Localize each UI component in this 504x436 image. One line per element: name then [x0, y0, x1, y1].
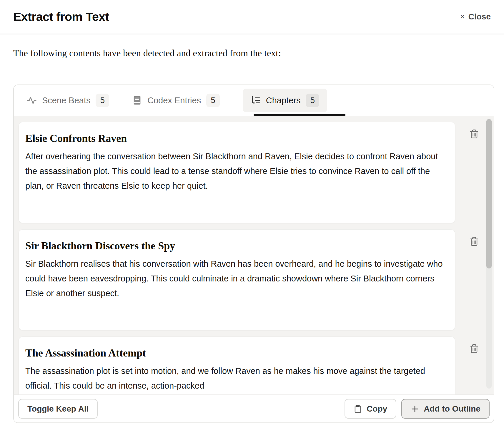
- tab-count-badge: 5: [206, 94, 220, 107]
- chapter-card: Sir Blackthorn Discovers the Spy Sir Bla…: [19, 229, 455, 330]
- tab-scene-beats[interactable]: Scene Beats 5: [27, 94, 109, 107]
- close-button[interactable]: × Close: [460, 12, 491, 21]
- copy-label: Copy: [367, 404, 387, 414]
- add-to-outline-button[interactable]: Add to Outline: [401, 399, 490, 419]
- page-title: Extract from Text: [13, 10, 109, 24]
- toggle-keep-all-button[interactable]: Toggle Keep All: [18, 399, 98, 419]
- delete-button[interactable]: [469, 128, 480, 140]
- close-icon: ×: [460, 13, 465, 21]
- modal-header: Extract from Text × Close: [0, 0, 504, 34]
- trash-icon: [469, 236, 479, 247]
- tab-label: Scene Beats: [42, 96, 90, 105]
- tab-label: Codex Entries: [147, 96, 201, 105]
- chapter-title: The Assassination Attempt: [25, 347, 443, 359]
- chapter-description: The assassination plot is set into motio…: [25, 364, 443, 393]
- chapter-title: Sir Blackthorn Discovers the Spy: [25, 240, 443, 252]
- footer-bar: Toggle Keep All Copy Add to Outline: [14, 394, 494, 422]
- chapter-list: Elsie Confronts Raven After overhearing …: [14, 116, 494, 394]
- chapter-card: Elsie Confronts Raven After overhearing …: [19, 122, 455, 223]
- add-to-outline-label: Add to Outline: [424, 404, 480, 414]
- toggle-keep-all-label: Toggle Keep All: [27, 404, 89, 414]
- chapter-description: Sir Blackthorn realises that his convers…: [25, 256, 443, 301]
- tab-bar: Scene Beats 5 Codex Entries 5 Chapters 5: [14, 85, 494, 116]
- clipboard-icon: [354, 404, 362, 413]
- extract-container: Scene Beats 5 Codex Entries 5 Chapters 5…: [13, 84, 494, 423]
- tab-label: Chapters: [266, 96, 301, 105]
- tab-count-badge: 5: [306, 94, 319, 107]
- delete-button[interactable]: [469, 236, 480, 247]
- activity-icon: [27, 95, 37, 105]
- list-item: Elsie Confronts Raven After overhearing …: [19, 122, 494, 223]
- list-item: Sir Blackthorn Discovers the Spy Sir Bla…: [19, 229, 494, 330]
- list-item: The Assassination Attempt The assassinat…: [19, 336, 494, 394]
- scrollbar-track[interactable]: [486, 119, 492, 389]
- close-label: Close: [468, 12, 491, 21]
- trash-icon: [469, 129, 479, 139]
- tab-codex-entries[interactable]: Codex Entries 5: [132, 94, 220, 107]
- delete-button[interactable]: [469, 343, 480, 354]
- tab-chapters[interactable]: Chapters 5: [243, 89, 327, 112]
- tab-count-badge: 5: [96, 94, 109, 107]
- footer-action-group: Copy Add to Outline: [345, 399, 490, 419]
- chapter-description: After overhearing the conversation betwe…: [25, 149, 443, 193]
- scrollbar-thumb[interactable]: [486, 119, 492, 268]
- list-tree-icon: [251, 95, 261, 105]
- book-icon: [132, 95, 142, 105]
- tab-panel-chapters: Elsie Confronts Raven After overhearing …: [14, 116, 494, 394]
- copy-button[interactable]: Copy: [345, 399, 396, 419]
- plus-icon: [410, 404, 419, 413]
- chapter-title: Elsie Confronts Raven: [25, 132, 443, 145]
- intro-text: The following contents have been detecte…: [13, 48, 455, 59]
- chapter-card: The Assassination Attempt The assassinat…: [19, 336, 455, 394]
- trash-icon: [469, 343, 479, 354]
